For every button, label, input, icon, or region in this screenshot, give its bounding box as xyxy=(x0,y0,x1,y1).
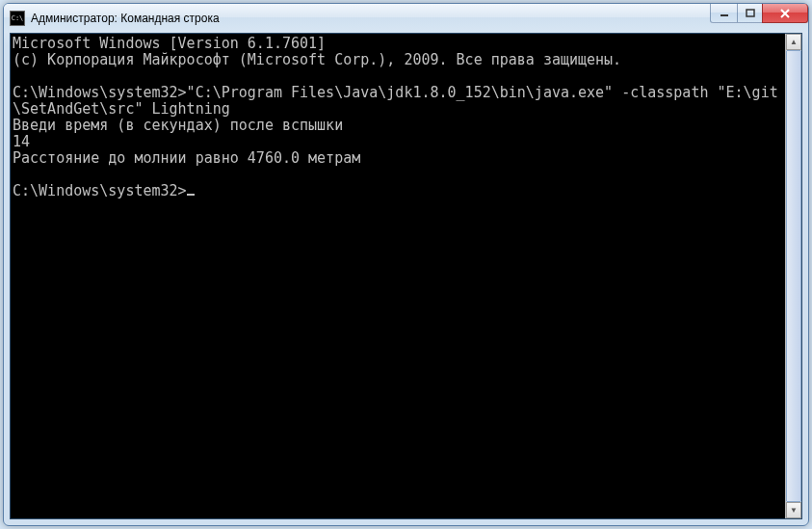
output-line: 14 xyxy=(13,133,30,150)
close-button[interactable] xyxy=(762,4,808,23)
window-controls xyxy=(711,4,808,33)
cmd-icon: C:\ xyxy=(10,11,25,26)
output-line: (c) Корпорация Майкрософт (Microsoft Cor… xyxy=(13,51,621,68)
vertical-scrollbar[interactable]: ▲ ▼ xyxy=(785,34,801,518)
window-title: Администратор: Командная строка xyxy=(31,12,711,25)
output-line: Введи время (в секундах) после вспышки xyxy=(13,117,343,134)
cursor xyxy=(187,194,195,196)
maximize-button[interactable] xyxy=(737,4,763,23)
scroll-track[interactable] xyxy=(786,50,801,502)
output-line: Расстояние до молнии равно 4760.0 метрам xyxy=(13,149,360,167)
scroll-up-button[interactable]: ▲ xyxy=(786,34,801,50)
terminal-output[interactable]: Microsoft Windows [Version 6.1.7601] (c)… xyxy=(11,34,785,518)
titlebar[interactable]: C:\ Администратор: Командная строка xyxy=(4,4,808,33)
scroll-thumb[interactable] xyxy=(786,50,801,502)
svg-rect-1 xyxy=(747,10,754,16)
output-line: C:\Windows\system32>"C:\Program Files\Ja… xyxy=(13,84,778,118)
command-prompt-window: C:\ Администратор: Командная строка Micr… xyxy=(3,3,809,526)
minimize-button[interactable] xyxy=(710,4,738,23)
prompt-line: C:\Windows\system32> xyxy=(13,182,187,199)
scroll-down-button[interactable]: ▼ xyxy=(786,502,801,518)
output-line: Microsoft Windows [Version 6.1.7601] xyxy=(13,35,326,52)
client-area: Microsoft Windows [Version 6.1.7601] (c)… xyxy=(10,33,802,519)
